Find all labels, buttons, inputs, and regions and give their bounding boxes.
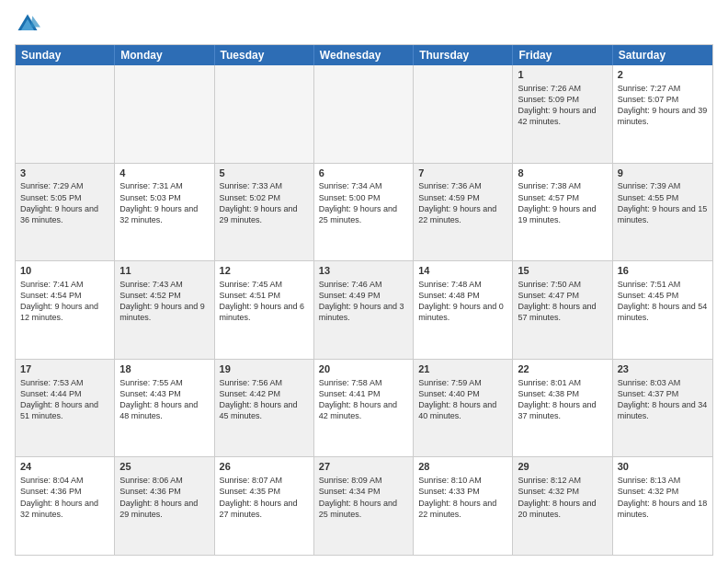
- calendar-cell-day-26: 26Sunrise: 8:07 AM Sunset: 4:35 PM Dayli…: [215, 457, 314, 555]
- calendar: SundayMondayTuesdayWednesdayThursdayFrid…: [15, 44, 713, 556]
- cell-info: Sunrise: 7:53 AM Sunset: 4:44 PM Dayligh…: [20, 377, 109, 422]
- day-number: 22: [518, 362, 607, 376]
- cell-info: Sunrise: 8:03 AM Sunset: 4:37 PM Dayligh…: [618, 377, 708, 422]
- cell-info: Sunrise: 7:59 AM Sunset: 4:40 PM Dayligh…: [418, 377, 507, 422]
- calendar-cell-day-3: 3Sunrise: 7:29 AM Sunset: 5:05 PM Daylig…: [16, 164, 115, 261]
- calendar-cell-day-21: 21Sunrise: 7:59 AM Sunset: 4:40 PM Dayli…: [414, 360, 513, 457]
- cell-info: Sunrise: 8:01 AM Sunset: 4:38 PM Dayligh…: [518, 377, 607, 422]
- cell-info: Sunrise: 7:48 AM Sunset: 4:48 PM Dayligh…: [418, 279, 507, 324]
- calendar-cell-day-25: 25Sunrise: 8:06 AM Sunset: 4:36 PM Dayli…: [115, 457, 214, 555]
- calendar-body: 1Sunrise: 7:26 AM Sunset: 5:09 PM Daylig…: [16, 65, 712, 555]
- cell-info: Sunrise: 7:55 AM Sunset: 4:43 PM Dayligh…: [119, 377, 209, 422]
- calendar-cell-day-29: 29Sunrise: 8:12 AM Sunset: 4:32 PM Dayli…: [513, 457, 612, 555]
- day-number: 14: [418, 264, 507, 278]
- calendar-cell-day-7: 7Sunrise: 7:36 AM Sunset: 4:59 PM Daylig…: [414, 164, 513, 261]
- calendar-cell-empty: [314, 65, 414, 163]
- cell-info: Sunrise: 7:39 AM Sunset: 4:55 PM Dayligh…: [618, 180, 708, 225]
- day-number: 21: [418, 362, 507, 376]
- day-number: 23: [618, 362, 708, 376]
- cell-info: Sunrise: 7:27 AM Sunset: 5:07 PM Dayligh…: [618, 83, 708, 128]
- day-number: 7: [418, 167, 507, 180]
- header-day-tuesday: Tuesday: [215, 45, 314, 65]
- cell-info: Sunrise: 7:58 AM Sunset: 4:41 PM Dayligh…: [319, 377, 408, 422]
- day-number: 12: [220, 264, 309, 278]
- calendar-cell-day-10: 10Sunrise: 7:41 AM Sunset: 4:54 PM Dayli…: [16, 261, 115, 359]
- calendar-cell-day-13: 13Sunrise: 7:46 AM Sunset: 4:49 PM Dayli…: [314, 261, 414, 359]
- header-day-friday: Friday: [513, 45, 612, 65]
- cell-info: Sunrise: 7:36 AM Sunset: 4:59 PM Dayligh…: [418, 180, 507, 225]
- page: SundayMondayTuesdayWednesdayThursdayFrid…: [0, 0, 728, 563]
- header-day-monday: Monday: [115, 45, 214, 65]
- cell-info: Sunrise: 8:09 AM Sunset: 4:34 PM Dayligh…: [319, 475, 408, 520]
- calendar-cell-day-22: 22Sunrise: 8:01 AM Sunset: 4:38 PM Dayli…: [513, 360, 612, 457]
- calendar-cell-day-20: 20Sunrise: 7:58 AM Sunset: 4:41 PM Dayli…: [314, 360, 414, 457]
- header-day-saturday: Saturday: [613, 45, 712, 65]
- cell-info: Sunrise: 7:51 AM Sunset: 4:45 PM Dayligh…: [618, 279, 708, 324]
- calendar-cell-day-28: 28Sunrise: 8:10 AM Sunset: 4:33 PM Dayli…: [414, 457, 513, 555]
- cell-info: Sunrise: 8:13 AM Sunset: 4:32 PM Dayligh…: [618, 475, 708, 520]
- cell-info: Sunrise: 8:07 AM Sunset: 4:35 PM Dayligh…: [220, 475, 309, 520]
- day-number: 5: [220, 167, 309, 180]
- cell-info: Sunrise: 7:45 AM Sunset: 4:51 PM Dayligh…: [220, 279, 309, 324]
- day-number: 16: [618, 264, 708, 278]
- svg-marker-2: [31, 16, 41, 27]
- day-number: 15: [518, 264, 607, 278]
- cell-info: Sunrise: 7:38 AM Sunset: 4:57 PM Dayligh…: [518, 180, 607, 225]
- calendar-row-3: 17Sunrise: 7:53 AM Sunset: 4:44 PM Dayli…: [16, 359, 712, 457]
- cell-info: Sunrise: 7:50 AM Sunset: 4:47 PM Dayligh…: [518, 279, 607, 324]
- day-number: 20: [319, 362, 408, 376]
- logo: [15, 11, 44, 37]
- day-number: 18: [119, 362, 209, 376]
- day-number: 9: [618, 167, 708, 180]
- cell-info: Sunrise: 7:43 AM Sunset: 4:52 PM Dayligh…: [119, 279, 209, 324]
- day-number: 3: [20, 167, 109, 180]
- day-number: 28: [418, 460, 507, 474]
- calendar-cell-day-9: 9Sunrise: 7:39 AM Sunset: 4:55 PM Daylig…: [613, 164, 712, 261]
- day-number: 17: [20, 362, 109, 376]
- calendar-row-1: 3Sunrise: 7:29 AM Sunset: 5:05 PM Daylig…: [16, 163, 712, 261]
- day-number: 27: [319, 460, 408, 474]
- day-number: 24: [20, 460, 109, 474]
- calendar-cell-day-6: 6Sunrise: 7:34 AM Sunset: 5:00 PM Daylig…: [314, 164, 414, 261]
- header: [15, 11, 713, 37]
- calendar-cell-day-17: 17Sunrise: 7:53 AM Sunset: 4:44 PM Dayli…: [16, 360, 115, 457]
- calendar-cell-day-12: 12Sunrise: 7:45 AM Sunset: 4:51 PM Dayli…: [215, 261, 314, 359]
- calendar-cell-day-16: 16Sunrise: 7:51 AM Sunset: 4:45 PM Dayli…: [613, 261, 712, 359]
- day-number: 11: [119, 264, 209, 278]
- calendar-cell-day-23: 23Sunrise: 8:03 AM Sunset: 4:37 PM Dayli…: [613, 360, 712, 457]
- calendar-cell-day-2: 2Sunrise: 7:27 AM Sunset: 5:07 PM Daylig…: [613, 65, 712, 163]
- calendar-cell-day-24: 24Sunrise: 8:04 AM Sunset: 4:36 PM Dayli…: [16, 457, 115, 555]
- cell-info: Sunrise: 7:26 AM Sunset: 5:09 PM Dayligh…: [518, 83, 607, 128]
- day-number: 26: [220, 460, 309, 474]
- calendar-cell-empty: [215, 65, 314, 163]
- header-day-sunday: Sunday: [16, 45, 115, 65]
- cell-info: Sunrise: 8:10 AM Sunset: 4:33 PM Dayligh…: [418, 475, 507, 520]
- cell-info: Sunrise: 7:56 AM Sunset: 4:42 PM Dayligh…: [220, 377, 309, 422]
- calendar-cell-day-27: 27Sunrise: 8:09 AM Sunset: 4:34 PM Dayli…: [314, 457, 414, 555]
- calendar-cell-empty: [115, 65, 214, 163]
- day-number: 19: [220, 362, 309, 376]
- day-number: 10: [20, 264, 109, 278]
- cell-info: Sunrise: 7:41 AM Sunset: 4:54 PM Dayligh…: [20, 279, 109, 324]
- calendar-cell-day-14: 14Sunrise: 7:48 AM Sunset: 4:48 PM Dayli…: [414, 261, 513, 359]
- calendar-cell-day-4: 4Sunrise: 7:31 AM Sunset: 5:03 PM Daylig…: [115, 164, 214, 261]
- day-number: 13: [319, 264, 408, 278]
- cell-info: Sunrise: 7:33 AM Sunset: 5:02 PM Dayligh…: [220, 180, 309, 225]
- calendar-cell-empty: [16, 65, 115, 163]
- header-day-wednesday: Wednesday: [314, 45, 414, 65]
- calendar-cell-empty: [414, 65, 513, 163]
- day-number: 8: [518, 167, 607, 180]
- calendar-cell-day-5: 5Sunrise: 7:33 AM Sunset: 5:02 PM Daylig…: [215, 164, 314, 261]
- cell-info: Sunrise: 8:12 AM Sunset: 4:32 PM Dayligh…: [518, 475, 607, 520]
- day-number: 1: [518, 68, 607, 82]
- day-number: 4: [119, 167, 209, 180]
- cell-info: Sunrise: 7:29 AM Sunset: 5:05 PM Dayligh…: [20, 180, 109, 225]
- day-number: 25: [119, 460, 209, 474]
- day-number: 30: [618, 460, 708, 474]
- day-number: 2: [618, 68, 708, 82]
- cell-info: Sunrise: 7:31 AM Sunset: 5:03 PM Dayligh…: [119, 180, 209, 225]
- calendar-cell-day-18: 18Sunrise: 7:55 AM Sunset: 4:43 PM Dayli…: [115, 360, 214, 457]
- day-number: 29: [518, 460, 607, 474]
- calendar-row-0: 1Sunrise: 7:26 AM Sunset: 5:09 PM Daylig…: [16, 65, 712, 163]
- calendar-row-2: 10Sunrise: 7:41 AM Sunset: 4:54 PM Dayli…: [16, 260, 712, 359]
